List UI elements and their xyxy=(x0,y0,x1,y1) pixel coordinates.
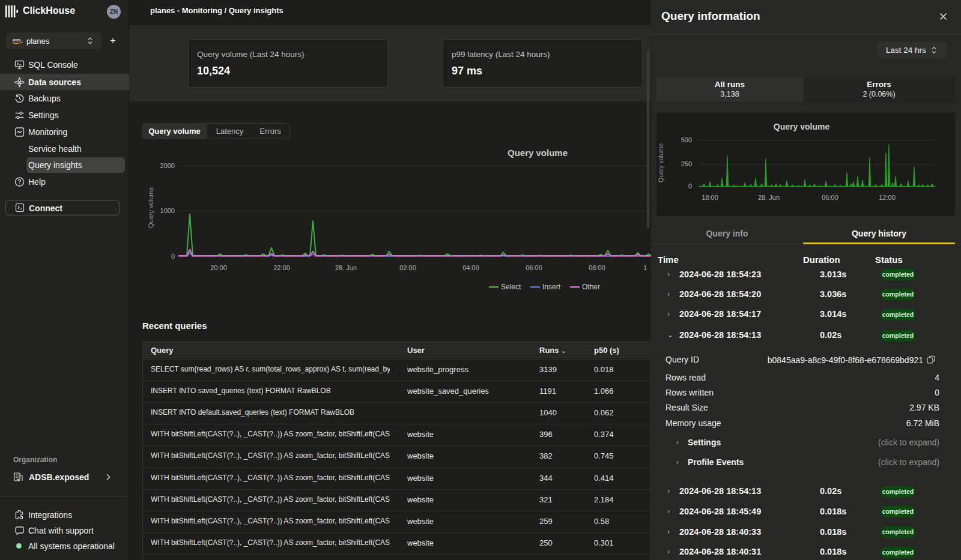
svg-text:aws: aws xyxy=(13,38,20,42)
